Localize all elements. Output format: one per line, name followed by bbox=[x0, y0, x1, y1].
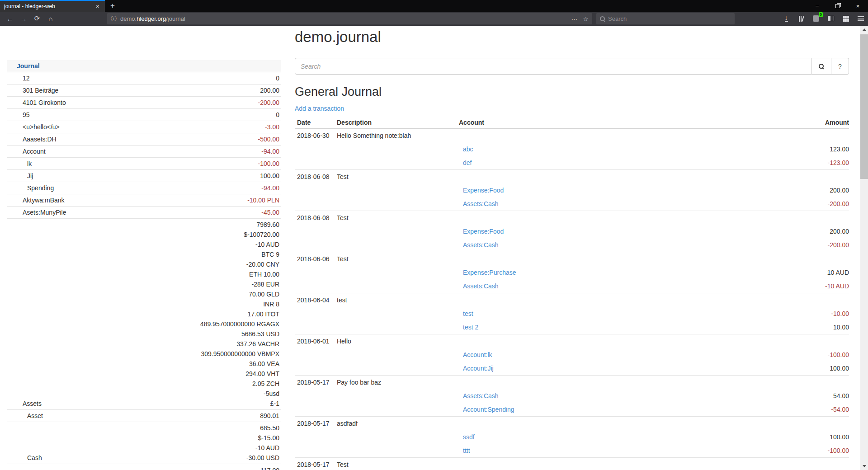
url-bar[interactable]: ⓘ demo.hledger.org/journal ⋯ ☆ bbox=[107, 13, 592, 24]
posting-account-link[interactable]: abc bbox=[463, 146, 473, 153]
scrollbar-down-arrow[interactable] bbox=[860, 462, 868, 470]
sidebar-account-balance: -3.00 bbox=[265, 122, 279, 132]
sidebar-account-row[interactable]: 301 Beiträge200.00 bbox=[7, 85, 281, 97]
window-minimize-button[interactable]: − bbox=[807, 0, 827, 12]
page-scrollbar[interactable] bbox=[860, 26, 868, 470]
sidebar-account-row[interactable]: <u>hello</u>-3.00 bbox=[7, 121, 281, 133]
home-button[interactable]: ⌂ bbox=[44, 13, 57, 24]
posting-account-link[interactable]: Expense:Food bbox=[463, 228, 504, 235]
posting-account-link[interactable]: Account:lk bbox=[463, 351, 492, 358]
sidebar-account-name[interactable]: 12 bbox=[7, 73, 30, 83]
page-actions-icon[interactable]: ⋯ bbox=[571, 15, 577, 23]
posting-account-link[interactable]: Expense:Purchase bbox=[463, 269, 516, 276]
sidebar-account-name[interactable]: 95 bbox=[7, 110, 30, 120]
journal-transaction: 2018-05-17Pay foo bar bazAssets:Cash54.0… bbox=[295, 376, 849, 417]
posting-account-link[interactable]: Assets:Cash bbox=[463, 241, 499, 249]
sidebar-account-name[interactable]: Jij bbox=[7, 171, 33, 181]
sidebar-account-name[interactable]: Spending bbox=[7, 183, 54, 193]
posting-account-link[interactable]: ssdf bbox=[463, 433, 475, 441]
sidebars-button[interactable] bbox=[826, 13, 836, 24]
posting-account-link[interactable]: test 2 bbox=[463, 324, 478, 331]
sidebar-account-row[interactable]: lk-100.00 bbox=[7, 158, 281, 170]
back-button[interactable]: ← bbox=[4, 13, 16, 24]
balance-amount: $-15.00 bbox=[246, 433, 279, 443]
posting-account-link[interactable]: Assets:Cash bbox=[463, 282, 499, 290]
sidebar-account-row[interactable]: Aaasets:DH-500.00 bbox=[7, 133, 281, 146]
journal-search-group: ? bbox=[295, 58, 849, 75]
extension-button[interactable]: 0 bbox=[811, 13, 821, 24]
sidebar-account-balance: 0 bbox=[276, 110, 279, 120]
sidebar-account-row[interactable]: Aktywa:mBank-10.00 PLN bbox=[7, 194, 281, 207]
posting-account-link[interactable]: tttt bbox=[463, 447, 470, 454]
sidebar-account-name[interactable]: Asets:MunyPile bbox=[7, 207, 66, 217]
balance-amount: -117.00 bbox=[259, 465, 279, 470]
column-date: Date bbox=[295, 119, 337, 126]
downloads-button[interactable]: ↓ bbox=[781, 13, 792, 24]
sidebar-journal-label: Journal bbox=[17, 62, 40, 70]
scrollbar-thumb[interactable] bbox=[860, 34, 868, 179]
transaction-date: 2018-06-06 bbox=[295, 255, 337, 263]
transaction-date: 2018-05-17 bbox=[295, 379, 337, 386]
sidebar-account-row[interactable]: Asset890.01 bbox=[7, 410, 281, 422]
reload-button[interactable]: ⟳ bbox=[31, 13, 43, 24]
journal-transaction: 2018-06-04testtest-10.00test 210.00 bbox=[295, 293, 849, 334]
search-button[interactable] bbox=[811, 58, 831, 75]
library-button[interactable] bbox=[796, 13, 807, 24]
search-help-button[interactable]: ? bbox=[831, 58, 849, 75]
sidebar-account-row[interactable]: 4101 Girokonto-200.00 bbox=[7, 97, 281, 109]
sidebar-account-row[interactable]: 950 bbox=[7, 109, 281, 121]
sidebar-account-name[interactable]: 301 Beiträge bbox=[7, 85, 58, 95]
scrollbar-up-arrow[interactable] bbox=[860, 26, 868, 33]
posting-account-link[interactable]: Expense:Food bbox=[463, 187, 504, 194]
window-restore-button[interactable] bbox=[827, 0, 848, 12]
bookmark-star-icon[interactable]: ☆ bbox=[583, 15, 589, 23]
window-close-button[interactable]: × bbox=[848, 0, 868, 12]
posting-amount: 10.00 bbox=[833, 324, 849, 331]
posting-account-link[interactable]: Assets:Cash bbox=[463, 392, 499, 400]
sidebar-account-row[interactable]: Account-94.00 bbox=[7, 146, 281, 158]
site-info-icon[interactable]: ⓘ bbox=[111, 15, 117, 23]
transaction-date: 2018-06-08 bbox=[295, 214, 337, 221]
sidebar-account-name[interactable]: Account bbox=[7, 146, 46, 156]
sidebar-account-row[interactable]: Jij100.00 bbox=[7, 170, 281, 182]
sidebar-account-row[interactable]: -117.00 bbox=[7, 464, 281, 470]
posting-account-link[interactable]: Account:Spending bbox=[463, 406, 514, 413]
forward-button[interactable]: → bbox=[17, 13, 30, 24]
menu-button[interactable] bbox=[855, 13, 866, 24]
sidebar-account-row[interactable]: Cash685.50$-15.00-10 AUD-30.00 USD bbox=[7, 422, 281, 464]
posting-account-link[interactable]: Assets:Cash bbox=[463, 200, 499, 207]
sidebar-account-row[interactable]: Spending-94.00 bbox=[7, 182, 281, 194]
sidebar-account-row[interactable]: Assets7989.60$-100720.00-10 AUDBTC 9-20.… bbox=[7, 219, 281, 410]
main-area: demo.journal ? General Journal Add a tra… bbox=[295, 26, 849, 470]
search-input[interactable] bbox=[295, 58, 811, 75]
add-transaction-link[interactable]: Add a transaction bbox=[295, 105, 344, 112]
sidebar-account-name[interactable]: Cash bbox=[7, 453, 42, 463]
sidebar-account-name[interactable]: Aaasets:DH bbox=[7, 134, 57, 144]
posting-amount: 200.00 bbox=[830, 228, 849, 235]
new-tab-button[interactable]: + bbox=[105, 0, 120, 12]
sidebar-account-name[interactable]: Asset bbox=[7, 411, 43, 421]
browser-search-bar[interactable]: Search bbox=[596, 13, 735, 24]
balance-amount: -30.00 USD bbox=[246, 453, 279, 463]
column-account: Account bbox=[459, 119, 825, 126]
search-icon bbox=[600, 16, 605, 21]
sidebar-account-name[interactable]: Aktywa:mBank bbox=[7, 195, 65, 205]
sidebar-journal-header[interactable]: Journal bbox=[7, 60, 281, 72]
tab-close-icon[interactable]: × bbox=[94, 3, 101, 10]
browser-tab[interactable]: journal - hledger-web × bbox=[0, 0, 105, 12]
sidebar-account-name[interactable]: <u>hello</u> bbox=[7, 122, 60, 132]
sidebar-account-name[interactable]: lk bbox=[7, 159, 32, 169]
sidebar-account-row[interactable]: 120 bbox=[7, 72, 281, 85]
balance-amount: 5686.53 USD bbox=[200, 329, 279, 339]
sidebar-account-name[interactable]: Assets bbox=[7, 399, 42, 409]
restore-icon bbox=[835, 4, 840, 8]
posting-account-link[interactable]: Account:Jij bbox=[463, 365, 494, 372]
sidebar-account-row[interactable]: Asets:MunyPile-45.00 bbox=[7, 207, 281, 219]
sidebar-account-name[interactable]: 4101 Girokonto bbox=[7, 98, 66, 108]
posting-amount: -200.00 bbox=[828, 241, 849, 249]
posting-account-link[interactable]: test bbox=[463, 310, 473, 317]
posting-account-link[interactable]: def bbox=[463, 159, 472, 166]
apps-grid-button[interactable] bbox=[840, 13, 851, 24]
balance-amount: -94.00 bbox=[261, 183, 279, 193]
sidebar-account-balance: 685.50$-15.00-10 AUD-30.00 USD bbox=[246, 423, 279, 463]
